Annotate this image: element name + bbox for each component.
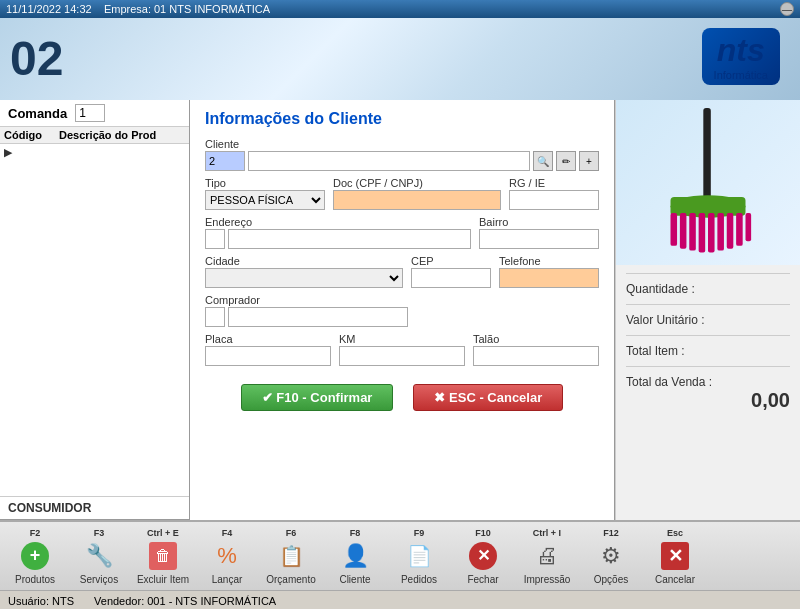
toolbar-cliente[interactable]: F8 👤 Cliente	[324, 524, 386, 589]
pedidos-label: Pedidos	[401, 574, 437, 585]
placa-label: Placa	[205, 333, 331, 345]
lancar-key: F4	[222, 528, 233, 538]
toolbar: F2 + Produtos F3 🔧 Serviços Ctrl + E 🗑 E…	[0, 520, 800, 590]
total-item-label: Total Item :	[626, 344, 685, 358]
impressao-label: Impressão	[524, 574, 571, 585]
tipo-select[interactable]: PESSOA FÍSICA	[205, 190, 325, 210]
doc-input[interactable]	[333, 190, 501, 210]
toolbar-lancar[interactable]: F4 % Lançar	[196, 524, 258, 589]
percent-icon: %	[217, 543, 237, 569]
confirm-button[interactable]: ✔ F10 - Confirmar	[241, 384, 394, 411]
km-input[interactable]	[339, 346, 465, 366]
toolbar-opcoes[interactable]: F12 ⚙ Opções	[580, 524, 642, 589]
right-panel: Quantidade : Valor Unitário : Total Item…	[615, 100, 800, 520]
form-body: Cliente 🔍 ✏ + Tipo PESSOA FÍSICA	[190, 134, 614, 427]
svg-rect-0	[703, 108, 711, 202]
rg-input[interactable]	[509, 190, 599, 210]
list-icon: 📄	[407, 544, 432, 568]
pedidos-key: F9	[414, 528, 425, 538]
excluir-label: Excluir Item	[137, 574, 189, 585]
toolbar-produtos[interactable]: F2 + Produtos	[4, 524, 66, 589]
status-vendor: Vendedor: 001 - NTS INFORMÁTICA	[94, 595, 276, 607]
cliente-search-btn[interactable]: 🔍	[533, 151, 553, 171]
impressao-key: Ctrl + I	[533, 528, 561, 538]
total-venda-label: Total da Venda :	[626, 375, 712, 389]
broom-image	[643, 108, 773, 258]
fechar-icon: ✕	[467, 540, 499, 572]
cep-box: CEP	[411, 255, 491, 288]
endereco-label: Endereço	[205, 216, 471, 228]
close-window-button[interactable]: —	[780, 2, 794, 16]
svg-rect-7	[708, 213, 715, 252]
cliente-name-input[interactable]	[248, 151, 530, 171]
endereco-input[interactable]	[228, 229, 471, 249]
svg-rect-11	[746, 213, 752, 241]
orcamento-key: F6	[286, 528, 297, 538]
orcamento-label: Orçamento	[266, 574, 315, 585]
close-circle-icon: ✕	[469, 542, 497, 570]
comprador-input[interactable]	[228, 307, 408, 327]
svg-rect-6	[699, 213, 706, 252]
svg-rect-10	[736, 213, 743, 246]
tipo-label: Tipo	[205, 177, 325, 189]
toolbar-impressao[interactable]: Ctrl + I 🖨 Impressão	[516, 524, 578, 589]
quantidade-row: Quantidade :	[626, 273, 790, 304]
consumidor-label: CONSUMIDOR	[0, 496, 189, 519]
cliente-edit-btn[interactable]: ✏	[556, 151, 576, 171]
toolbar-orcamento[interactable]: F6 📋 Orçamento	[260, 524, 322, 589]
toolbar-fechar[interactable]: F10 ✕ Fechar	[452, 524, 514, 589]
talao-input[interactable]	[473, 346, 599, 366]
toolbar-servicos[interactable]: F3 🔧 Serviços	[68, 524, 130, 589]
toolbar-excluir[interactable]: Ctrl + E 🗑 Excluir Item	[132, 524, 194, 589]
placa-input[interactable]	[205, 346, 331, 366]
cliente-num-input[interactable]	[205, 151, 245, 171]
col-code-header: Código	[4, 129, 59, 141]
total-venda-value: 0,00	[626, 389, 790, 412]
cliente-label: Cliente	[339, 574, 370, 585]
svg-rect-3	[671, 213, 678, 246]
cancelar-label: Cancelar	[655, 574, 695, 585]
comanda-input[interactable]	[75, 104, 105, 122]
end-box: Endereço	[205, 216, 471, 249]
telefone-input[interactable]	[499, 268, 599, 288]
cliente-add-btn[interactable]: +	[579, 151, 599, 171]
toolbar-cancelar[interactable]: Esc ✕ Cancelar	[644, 524, 706, 589]
x-box-icon: ✕	[661, 542, 689, 570]
cancelar-icon: ✕	[659, 540, 691, 572]
nts-logo: nts Informática	[702, 28, 780, 85]
logo-text: nts	[714, 32, 768, 69]
rg-label: RG / IE	[509, 177, 599, 189]
cidade-cep-tel-row: Cidade CEP Telefone	[205, 255, 599, 288]
person-icon: 👤	[342, 543, 369, 569]
quantidade-label: Quantidade :	[626, 282, 695, 296]
cancelar-key: Esc	[667, 528, 683, 538]
servicos-key: F3	[94, 528, 105, 538]
excluir-icon: 🗑	[147, 540, 179, 572]
opcoes-icon: ⚙	[595, 540, 627, 572]
broom-container	[616, 100, 800, 265]
order-number: 02	[10, 35, 63, 83]
bairro-box: Bairro	[479, 216, 599, 249]
lancar-label: Lançar	[212, 574, 243, 585]
bairro-input[interactable]	[479, 229, 599, 249]
table-header: Código Descrição do Prod	[0, 127, 189, 144]
opcoes-key: F12	[603, 528, 619, 538]
cancel-button[interactable]: ✖ ESC - Cancelar	[413, 384, 563, 411]
svg-rect-8	[717, 213, 724, 251]
fechar-key: F10	[475, 528, 491, 538]
doc-box: Doc (CPF / CNPJ)	[333, 177, 501, 210]
comprador-check[interactable]	[205, 307, 225, 327]
produtos-key: F2	[30, 528, 41, 538]
talao-label: Talão	[473, 333, 599, 345]
toolbar-pedidos[interactable]: F9 📄 Pedidos	[388, 524, 450, 589]
cidade-select[interactable]	[205, 268, 403, 288]
tel-box: Telefone	[499, 255, 599, 288]
fechar-label: Fechar	[467, 574, 498, 585]
endereco-check[interactable]	[205, 229, 225, 249]
form-buttons: ✔ F10 - Confirmar ✖ ESC - Cancelar	[205, 376, 599, 419]
plus-circle-icon: +	[21, 542, 49, 570]
cep-input[interactable]	[411, 268, 491, 288]
km-box: KM	[339, 333, 465, 366]
cidade-label: Cidade	[205, 255, 403, 267]
comprador-label: Comprador	[205, 294, 599, 306]
